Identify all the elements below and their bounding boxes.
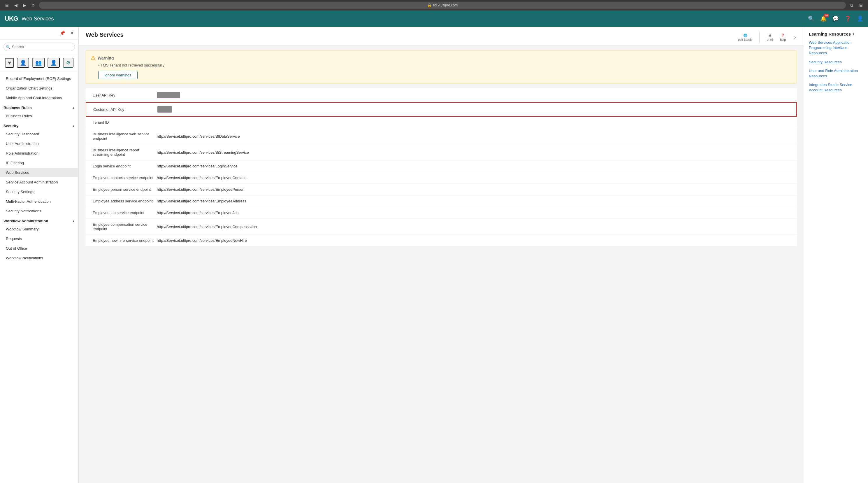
bi-stream-label: Business Intelligence report streaming e… (93, 148, 157, 157)
back-button[interactable]: ◀ (12, 2, 19, 9)
nav-item-roe-settings[interactable]: Record of Employment (ROE) Settings (0, 74, 79, 83)
form-row-emp-job: Employee job service endpoint http://Ser… (86, 207, 797, 219)
content-actions: 🌐 edit labels 🖨 print ❓ help › (738, 31, 797, 46)
nav-item-mobile-app[interactable]: Mobile App and Chat Integrations (0, 93, 79, 103)
nav-item-security-settings[interactable]: Security Settings (0, 187, 79, 197)
bi-web-label: Business Intelligence web service endpoi… (93, 132, 157, 141)
link-security-resources[interactable]: Security Resources (809, 59, 863, 65)
nav-item-workflow-notifications[interactable]: Workflow Notifications (0, 253, 79, 263)
nav-icons-row: ♥ 👤 👥 👤 ⚙ (0, 54, 79, 72)
nav-section-security-label: Security (3, 124, 18, 128)
split-view-button[interactable]: ⊟ (858, 2, 865, 9)
browser-controls: ⊞ ◀ ▶ ↺ (3, 2, 37, 9)
nav-item-security-dashboard[interactable]: Security Dashboard (0, 129, 79, 139)
nav-item-role-admin[interactable]: Role Administration (0, 148, 79, 158)
nav-item-org-chart[interactable]: Organization Chart Settings (0, 83, 79, 93)
tab-icons: ⧉ ⊟ (848, 2, 865, 9)
logo-area: UKG Web Services (5, 15, 54, 23)
refresh-button[interactable]: ↺ (30, 2, 37, 9)
warning-icon: ⚠ (91, 55, 95, 61)
user-icon[interactable]: 👤 (857, 16, 863, 22)
emp-newhire-value: http://Servicet.ultipro.com/services/Emp… (157, 238, 790, 243)
right-panel-title: Learning Resources ℹ (809, 31, 863, 36)
print-icon: 🖨 (768, 33, 772, 37)
nav-item-service-account[interactable]: Service Account Administration (0, 177, 79, 187)
customer-api-key-label: Customer API Key (93, 107, 157, 112)
lock-icon: 🔒 (427, 3, 432, 7)
nav-item-security-notifications[interactable]: Security Notifications (0, 206, 79, 216)
search-input[interactable] (3, 42, 75, 51)
link-web-services-api[interactable]: Web Services Application Programming Int… (809, 40, 863, 56)
form-row-emp-newhire: Employee new hire service endpoint http:… (86, 235, 797, 247)
nav-item-out-of-office[interactable]: Out of Office (0, 244, 79, 253)
tab-grid-button[interactable]: ⊞ (3, 2, 10, 9)
globe-icon: 🌐 (743, 33, 747, 37)
help-content-button[interactable]: ❓ help (780, 33, 786, 41)
nav-favorites-button[interactable]: ♥ (5, 58, 14, 68)
nav-item-requests[interactable]: Requests (0, 234, 79, 244)
emp-job-label: Employee job service endpoint (93, 210, 157, 215)
new-tab-button[interactable]: ⧉ (848, 2, 855, 9)
emp-person-label: Employee person service endpoint (93, 187, 157, 192)
forward-button[interactable]: ▶ (21, 2, 28, 9)
emp-newhire-label: Employee new hire service endpoint (93, 238, 157, 243)
browser-bar: ⊞ ◀ ▶ ↺ 🔒 et19.ultipro.com ⧉ ⊟ (0, 0, 868, 10)
nav-person-button[interactable]: 👤 (17, 58, 29, 68)
emp-address-value: http://Servicet.ultipro.com/services/Emp… (157, 199, 790, 203)
info-icon: ℹ (852, 32, 854, 36)
nav-item-ip-filtering[interactable]: IP Filtering (0, 158, 79, 168)
address-bar[interactable]: 🔒 et19.ultipro.com (39, 2, 846, 9)
form-row-emp-person: Employee person service endpoint http://… (86, 184, 797, 195)
nav-item-user-admin[interactable]: User Administration (0, 139, 79, 148)
nav-addperson-button[interactable]: 👤 (48, 58, 60, 68)
search-icon[interactable]: 🔍 (808, 16, 814, 22)
close-sidebar-button[interactable]: ✕ (69, 29, 75, 37)
bi-web-value: http://Servicet.ultipro.com/services/BID… (157, 134, 790, 139)
login-value: http://Servicet.ultipro.com/services/Log… (157, 164, 790, 168)
nav-item-web-services[interactable]: Web Services (0, 168, 79, 177)
chat-icon[interactable]: 💬 (832, 16, 839, 22)
header-icons: 🔍 🔔 34 💬 ❓ 👤 (808, 16, 863, 22)
bi-stream-value: http://Servicet.ultipro.com/services/BiS… (157, 150, 790, 154)
form-row-tenant-id: Tenant ID (86, 117, 797, 128)
page-title: Web Services (86, 31, 738, 43)
nav-section-business-rules[interactable]: Business Rules ▲ (0, 103, 79, 111)
form-row-login: Login service endpoint http://Servicet.u… (86, 161, 797, 172)
nav-item-business-rules[interactable]: Business Rules (0, 111, 79, 121)
form-row-emp-address: Employee address service endpoint http:/… (86, 195, 797, 207)
chevron-up-icon: ▲ (72, 106, 75, 109)
expand-button[interactable]: › (793, 35, 797, 40)
chevron-up-icon-security: ▲ (72, 124, 75, 127)
emp-address-label: Employee address service endpoint (93, 199, 157, 203)
search-icon-inner: 🔍 (6, 45, 10, 49)
nav-item-mfa[interactable]: Multi-Factor Authentication (0, 197, 79, 206)
notification-badge: 34 (824, 14, 829, 17)
sidebar-nav: Record of Employment (ROE) Settings Orga… (0, 72, 79, 483)
notification-icon[interactable]: 🔔 34 (820, 16, 827, 22)
main-layout: 📌 ✕ 🔍 ♥ 👤 👥 👤 ⚙ Record of Employment (RO… (0, 27, 868, 483)
edit-labels-button[interactable]: 🌐 edit labels (738, 33, 752, 41)
nav-settings-button[interactable]: ⚙ (63, 58, 73, 68)
form-row-customer-api-key: Customer API Key (86, 102, 797, 117)
pin-button[interactable]: 📌 (58, 29, 66, 37)
print-button[interactable]: 🖨 print (767, 33, 773, 41)
emp-comp-label: Employee compensation service endpoint (93, 222, 157, 231)
nav-item-workflow-summary[interactable]: Workflow Summary (0, 224, 79, 234)
warning-message: • TMS Tenant not retrieved successfully (98, 63, 792, 67)
header-app-title: Web Services (22, 16, 54, 22)
help-icon[interactable]: ❓ (845, 16, 851, 22)
form-grid: User API Key Customer API Key Tenant I (86, 88, 797, 247)
user-api-key-label: User API Key (93, 93, 157, 97)
ignore-warnings-button[interactable]: Ignore warnings (98, 71, 137, 79)
link-user-role-admin[interactable]: User and Role Administration Resources (809, 68, 863, 79)
app-header: UKG Web Services 🔍 🔔 34 💬 ❓ 👤 (0, 10, 868, 27)
tenant-id-label: Tenant ID (93, 120, 157, 124)
nav-group-button[interactable]: 👥 (32, 58, 44, 68)
link-integration-studio[interactable]: Integration Studio Service Account Resou… (809, 82, 863, 93)
help-circle-icon: ❓ (781, 33, 785, 37)
nav-section-workflow[interactable]: Workflow Administration ▲ (0, 216, 79, 224)
emp-contacts-label: Employee contacts service endpoint (93, 176, 157, 180)
form-row-user-api-key: User API Key (86, 88, 797, 102)
content-body: ⚠ Warning • TMS Tenant not retrieved suc… (79, 51, 804, 257)
nav-section-security[interactable]: Security ▲ (0, 121, 79, 129)
